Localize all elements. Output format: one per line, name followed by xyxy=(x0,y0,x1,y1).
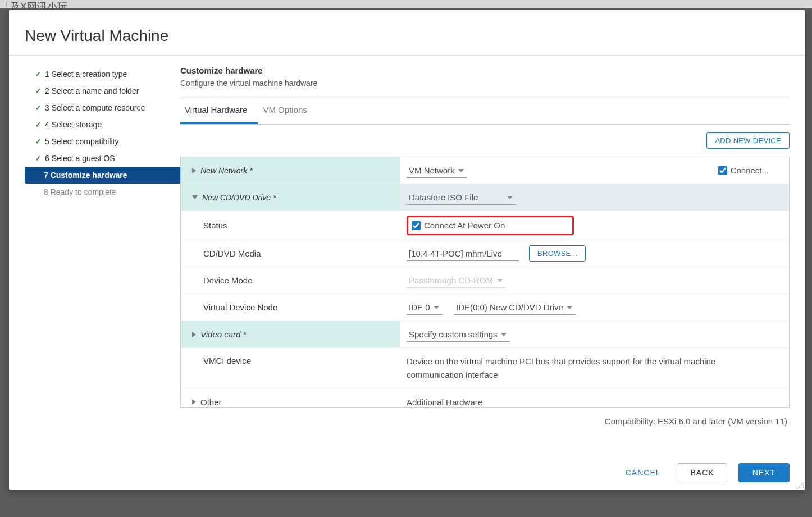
row-label: Virtual Device Node xyxy=(181,294,400,321)
connect-power-on-checkbox[interactable]: Connect At Power On xyxy=(412,221,505,230)
next-button[interactable]: NEXT xyxy=(738,463,790,482)
browse-button[interactable]: BROWSE... xyxy=(529,245,586,262)
add-new-device-button[interactable]: ADD NEW DEVICE xyxy=(706,132,790,149)
dialog-actions: CANCEL BACK NEXT xyxy=(9,453,805,490)
row-device-mode: Device Mode Passthrough CD-ROM xyxy=(181,267,789,294)
check-icon: ✓ xyxy=(35,120,43,129)
step-compatibility[interactable]: ✓5 Select compatibility xyxy=(25,133,180,150)
dialog-main: Customize hardware Configure the virtual… xyxy=(180,66,805,453)
chevron-right-icon xyxy=(192,168,196,173)
row-video-card: Video card * Specify custom settings xyxy=(181,321,789,348)
highlight-box: Connect At Power On xyxy=(407,216,574,235)
dialog-title: New Virtual Machine xyxy=(9,27,805,56)
backdrop-text: 「及X网讯小玩 xyxy=(0,1,67,8)
row-status: Status Connect At Power On xyxy=(181,211,789,240)
tabs: Virtual Hardware VM Options xyxy=(180,98,790,125)
row-cd-dvd-drive: New CD/DVD Drive * Datastore ISO File xyxy=(181,184,789,211)
media-path-input[interactable] xyxy=(407,246,519,261)
step-creation-type[interactable]: ✓1 Select a creation type xyxy=(25,66,180,83)
backdrop-window: 「及X网讯小玩 xyxy=(0,0,812,8)
vmci-description: Device on the virtual machine PCI bus th… xyxy=(400,348,789,388)
row-label: Device Mode xyxy=(181,267,400,294)
row-new-network: New Network * VM Network Connect... xyxy=(181,157,789,184)
connect-checkbox[interactable]: Connect... xyxy=(718,166,769,175)
check-icon: ✓ xyxy=(35,70,43,79)
step-compute-resource[interactable]: ✓3 Select a compute resource xyxy=(25,99,180,116)
step-customize-hardware[interactable]: 7 Customize hardware xyxy=(25,167,180,184)
row-label: Status xyxy=(181,211,400,240)
step-storage[interactable]: ✓4 Select storage xyxy=(25,116,180,133)
tab-virtual-hardware[interactable]: Virtual Hardware xyxy=(180,98,258,124)
row-label: CD/DVD Media xyxy=(181,240,400,267)
check-icon: ✓ xyxy=(35,86,43,95)
row-label[interactable]: New Network * xyxy=(181,157,400,184)
vdn-slot-select[interactable]: IDE(0:0) New CD/DVD Drive xyxy=(454,300,576,315)
wizard-sidebar: ✓1 Select a creation type ✓2 Select a na… xyxy=(9,66,180,453)
cd-drive-type-select[interactable]: Datastore ISO File xyxy=(407,190,516,205)
chevron-right-icon xyxy=(192,399,196,405)
video-card-select[interactable]: Specify custom settings xyxy=(407,327,510,342)
chevron-down-icon xyxy=(192,195,198,199)
hardware-scroll[interactable]: New Network * VM Network Connect... xyxy=(181,157,789,407)
back-button[interactable]: BACK xyxy=(678,463,727,482)
step-name-folder[interactable]: ✓2 Select a name and folder xyxy=(25,83,180,99)
compatibility-text: Compatibility: ESXi 6.0 and later (VM ve… xyxy=(180,408,790,426)
chevron-right-icon xyxy=(192,332,196,337)
cancel-button[interactable]: CANCEL xyxy=(620,463,667,482)
row-vmci-device: VMCI device Device on the virtual machin… xyxy=(181,348,789,388)
hardware-table: New Network * VM Network Connect... xyxy=(180,157,790,408)
tab-vm-options[interactable]: VM Options xyxy=(258,98,318,124)
vdn-bus-select[interactable]: IDE 0 xyxy=(407,300,443,315)
row-cd-dvd-media: CD/DVD Media BROWSE... xyxy=(181,240,789,267)
row-label[interactable]: Other xyxy=(181,388,400,407)
section-heading: Customize hardware xyxy=(180,66,790,75)
new-vm-dialog: New Virtual Machine ✓1 Select a creation… xyxy=(9,10,805,490)
row-other: Other Additional Hardware xyxy=(181,388,789,407)
device-mode-select: Passthrough CD-ROM xyxy=(407,273,506,288)
check-icon: ✓ xyxy=(35,137,43,146)
network-select[interactable]: VM Network xyxy=(407,163,467,178)
row-label[interactable]: Video card * xyxy=(181,321,400,347)
section-description: Configure the virtual machine hardware xyxy=(180,75,790,98)
resize-handle[interactable] xyxy=(797,482,804,489)
step-ready-complete: 8 Ready to complete xyxy=(25,184,180,200)
row-virtual-device-node: Virtual Device Node IDE 0 IDE(0:0) New C… xyxy=(181,294,789,321)
row-label[interactable]: New CD/DVD Drive * xyxy=(181,184,400,211)
other-value: Additional Hardware xyxy=(400,388,789,407)
check-icon: ✓ xyxy=(35,103,43,112)
step-guest-os[interactable]: ✓6 Select a guest OS xyxy=(25,150,180,167)
row-label: VMCI device xyxy=(181,348,400,388)
check-icon: ✓ xyxy=(35,154,43,163)
